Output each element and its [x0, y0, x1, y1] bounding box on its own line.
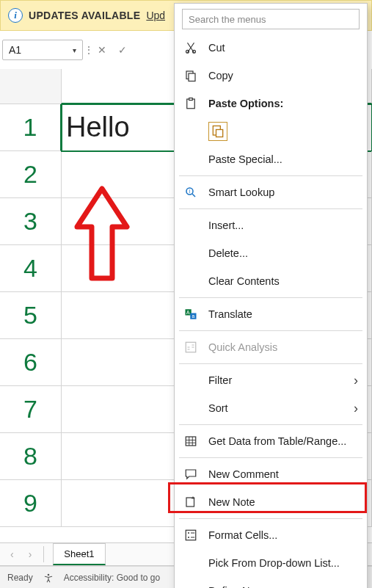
next-sheet-arrow[interactable]: ›	[26, 548, 35, 560]
chevron-right-icon: ›	[354, 401, 358, 416]
menu-filter[interactable]: Filter ›	[175, 366, 367, 394]
blank-icon	[183, 401, 198, 415]
name-box-value: A1	[9, 44, 21, 56]
quick-analysis-icon	[183, 340, 198, 355]
menu-paste-special[interactable]: Paste Special...	[175, 145, 367, 173]
menu-separator	[179, 175, 362, 176]
menu-separator	[179, 424, 362, 425]
row-header-3[interactable]: 3	[0, 198, 62, 245]
chevron-down-icon: ▾	[73, 46, 76, 54]
clipboard-icon	[183, 96, 198, 111]
menu-separator	[179, 208, 362, 209]
chevron-right-icon: ›	[354, 373, 358, 388]
menu-translate[interactable]: Aa Translate	[175, 300, 367, 328]
banner-update-link[interactable]: Upd	[146, 10, 165, 21]
formula-cancel-button[interactable]: ✕	[94, 42, 110, 58]
menu-separator	[179, 518, 362, 519]
menu-filter-label: Filter	[208, 374, 232, 386]
svg-text:i: i	[189, 189, 191, 194]
svg-rect-6	[189, 98, 193, 101]
select-all-corner[interactable]	[0, 69, 62, 104]
name-box[interactable]: A1 ▾	[2, 40, 83, 60]
blank-icon	[183, 246, 198, 261]
menu-copy[interactable]: Copy	[175, 62, 367, 90]
row-header-5[interactable]: 5	[0, 292, 62, 339]
menu-define-name-label: Define Name...	[208, 585, 280, 588]
blank-icon	[183, 584, 198, 588]
menu-cut[interactable]: Cut	[175, 34, 367, 62]
comment-icon	[183, 467, 198, 482]
format-cells-icon	[183, 528, 198, 542]
menu-new-note-label: New Note	[208, 496, 255, 508]
row-header-1[interactable]: 1	[0, 104, 62, 151]
menu-pick-from-list[interactable]: Pick From Drop-down List...	[175, 549, 367, 577]
row-header-6[interactable]: 6	[0, 339, 62, 386]
row-header-7[interactable]: 7	[0, 386, 62, 433]
svg-rect-17	[186, 498, 194, 507]
menu-insert-label: Insert...	[208, 219, 244, 231]
menu-search-placeholder: Search the menus	[189, 14, 266, 25]
row-header-4[interactable]: 4	[0, 245, 62, 292]
sheet-tab-sheet1[interactable]: Sheet1	[53, 543, 105, 565]
menu-separator	[179, 297, 362, 298]
paste-default-option[interactable]	[208, 122, 227, 141]
accessibility-icon	[43, 573, 54, 583]
smart-lookup-icon: i	[183, 185, 198, 200]
menu-separator	[179, 330, 362, 331]
menu-sort-label: Sort	[208, 402, 228, 414]
svg-rect-4	[189, 73, 195, 81]
menu-format-cells[interactable]: Format Cells...	[175, 521, 367, 549]
translate-icon: Aa	[183, 307, 198, 322]
blank-icon	[183, 556, 198, 570]
menu-delete[interactable]: Delete...	[175, 239, 367, 267]
svg-point-19	[188, 532, 189, 534]
menu-clear-contents-label: Clear Contents	[208, 275, 280, 287]
row-header-8[interactable]: 8	[0, 433, 62, 480]
svg-rect-8	[216, 130, 223, 137]
menu-new-comment[interactable]: New Comment	[175, 460, 367, 488]
banner-title: UPDATES AVAILABLE	[29, 10, 140, 21]
prev-sheet-arrow[interactable]: ‹	[7, 548, 17, 560]
blank-icon	[183, 218, 198, 233]
menu-get-data-label: Get Data from Table/Range...	[208, 435, 346, 447]
blank-icon	[183, 373, 198, 388]
svg-point-0	[47, 573, 49, 576]
menu-copy-label: Copy	[208, 70, 233, 81]
menu-quick-analysis: Quick Analysis	[175, 333, 367, 361]
menu-delete-label: Delete...	[208, 247, 248, 259]
copy-icon	[183, 68, 198, 83]
divider-icon: ⋮	[87, 42, 90, 58]
svg-point-20	[188, 537, 189, 538]
menu-insert[interactable]: Insert...	[175, 211, 367, 239]
cell-context-menu: Search the menus Cut Copy Paste Options:…	[174, 3, 368, 588]
menu-translate-label: Translate	[208, 308, 252, 320]
paste-options-title: Paste Options:	[208, 98, 283, 109]
menu-smart-lookup-label: Smart Lookup	[208, 186, 274, 198]
svg-text:A: A	[186, 310, 190, 315]
menu-new-note[interactable]: New Note	[175, 488, 367, 516]
info-icon: i	[8, 8, 23, 23]
status-ready: Ready	[7, 573, 33, 583]
status-accessibility: Accessibility: Good to go	[64, 573, 160, 583]
svg-rect-16	[186, 437, 196, 446]
row-header-2[interactable]: 2	[0, 151, 62, 198]
note-icon	[183, 495, 198, 509]
formula-confirm-button[interactable]: ✓	[114, 42, 131, 58]
menu-quick-analysis-label: Quick Analysis	[208, 341, 277, 353]
menu-sort[interactable]: Sort ›	[175, 394, 367, 422]
menu-separator	[179, 457, 362, 458]
divider	[43, 546, 44, 562]
menu-define-name[interactable]: Define Name...	[175, 577, 367, 588]
menu-smart-lookup[interactable]: i Smart Lookup	[175, 178, 367, 206]
menu-clear-contents[interactable]: Clear Contents	[175, 267, 367, 295]
menu-paste-special-label: Paste Special...	[208, 153, 282, 165]
menu-new-comment-label: New Comment	[208, 468, 279, 480]
blank-icon	[183, 152, 198, 167]
menu-pick-list-label: Pick From Drop-down List...	[208, 557, 340, 569]
paste-options-row	[175, 117, 367, 145]
blank-icon	[183, 274, 198, 288]
menu-get-data[interactable]: Get Data from Table/Range...	[175, 427, 367, 455]
menu-cut-label: Cut	[208, 42, 225, 54]
row-header-9[interactable]: 9	[0, 480, 62, 527]
menu-search-input[interactable]: Search the menus	[182, 9, 360, 29]
